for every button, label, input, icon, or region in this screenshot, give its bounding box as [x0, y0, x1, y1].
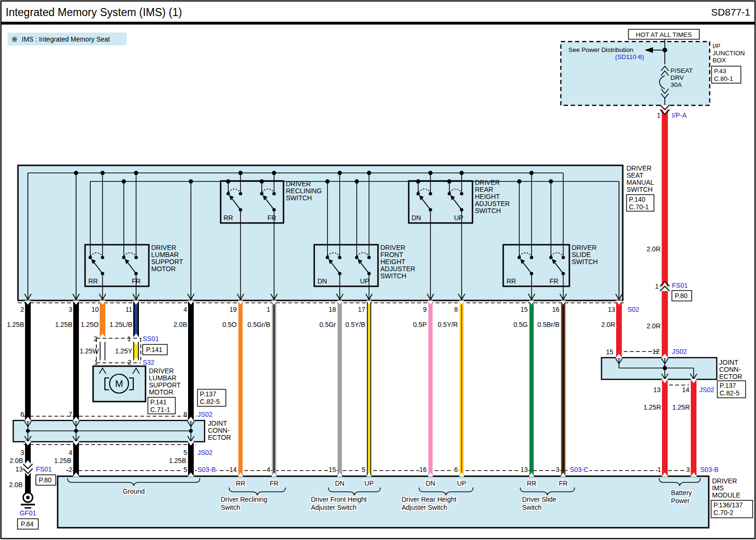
connector-link[interactable]: S03-B: [198, 466, 216, 473]
jc-right-name2: CONN-: [719, 366, 741, 373]
pin-number: 6: [20, 411, 24, 418]
s02-link[interactable]: S02: [627, 306, 639, 313]
junction-box-ref-conn: C.80-1: [714, 75, 733, 82]
wire-pin-label: 19: [229, 306, 237, 313]
switch-name5: SWITCH: [475, 207, 501, 214]
junction-dot: [517, 256, 521, 259]
module-ref-page: P.136/137: [713, 501, 743, 509]
fuse-rating: 30A: [670, 81, 682, 88]
wire-gauge: 1.25B: [169, 457, 186, 464]
module-group-label: Adjuster Switch: [402, 504, 447, 511]
pin-number: 13: [15, 465, 23, 473]
junction-dot: [530, 256, 533, 259]
jc-right-ref-page: P.137: [720, 382, 736, 389]
connector-link[interactable]: S03-B: [700, 466, 719, 473]
wire-gauge-label: 2.0R: [601, 321, 615, 328]
manual-switch-ref-conn: C.70-1: [629, 203, 649, 211]
junction-dot: [226, 180, 231, 184]
power-out-pin: 1: [657, 111, 661, 119]
junction-dot: [662, 48, 667, 52]
switch-name4: ADJUSTER: [475, 200, 510, 207]
wire-gauge: 2.0B: [9, 457, 23, 464]
junction-dot: [74, 171, 78, 175]
module-name2: IMS: [712, 484, 724, 492]
wire-gauge-label: 0.5Br/B: [537, 321, 559, 328]
hot-label: HOT AT ALL TIMES: [636, 31, 692, 38]
module-terminal-label: UP: [364, 480, 373, 487]
switch-name2: FRONT: [380, 251, 404, 258]
jc-right-name3: ECTOR: [719, 373, 742, 380]
switch-name3: HEIGHT: [475, 193, 500, 200]
terminal-label: RR: [507, 277, 516, 285]
fs01-left-ref-page: P.80: [39, 476, 52, 484]
wiring-diagram: Integrated Memory System (IMS) (1) SD877…: [0, 0, 756, 540]
junction-dot: [338, 256, 341, 259]
js02-link[interactable]: JS02: [672, 348, 687, 355]
see-power-ref-link[interactable]: (SD110-6): [615, 53, 644, 60]
s32-link[interactable]: S32: [143, 359, 155, 366]
module-pin-label: 4: [266, 466, 270, 473]
js02-link[interactable]: JS02: [198, 449, 213, 456]
module-group-label: Driver Slide: [522, 496, 557, 503]
motor-ref-conn: C.71-1: [150, 406, 170, 413]
junction-dot: [260, 192, 263, 195]
switch-name5: SWITCH: [380, 272, 406, 280]
junction-dot: [447, 180, 452, 184]
wire-gauge-label: 1.25O: [81, 321, 99, 328]
junction-dot: [134, 171, 138, 175]
switch-name2: LUMBAR: [151, 251, 179, 258]
module-terminal-label: RR: [527, 480, 536, 487]
junction-dot: [101, 256, 104, 259]
module-terminal-label: FR: [270, 480, 279, 487]
wire-gauge-label: 0.5G: [514, 321, 528, 328]
junction-dot: [189, 180, 193, 184]
ground-point: GF01 P.84: [17, 509, 38, 529]
fs01-link[interactable]: FS01: [672, 282, 688, 289]
ss01-ref-page: P.141: [146, 346, 163, 353]
module-pin-label: 16: [419, 466, 427, 473]
wire-pin-label: 4: [183, 306, 187, 313]
wire-gauge: 1.25R: [672, 403, 690, 411]
jc-left-name2: CONN-: [208, 427, 230, 434]
junction-dot: [460, 192, 463, 195]
junction-box-name2: JUNCTION: [713, 50, 745, 57]
wire-gauge-label: 0.5Gr: [319, 321, 336, 328]
js02-link[interactable]: JS02: [198, 411, 213, 418]
module-name3: MODULE: [712, 491, 740, 499]
power-out-conn-link[interactable]: I/P-A: [672, 111, 687, 119]
wire-pin-label: 3: [69, 306, 72, 313]
junction-dot: [122, 180, 126, 184]
junction-dot: [517, 180, 522, 184]
manual-switch-name: DRIVER: [627, 164, 652, 172]
module-terminal-label: RR: [236, 480, 245, 487]
wire-gauge: 2.0B: [9, 481, 23, 489]
switch-name: DRIVER: [475, 179, 500, 186]
wire-gauge-label: 0.5Y/R: [438, 321, 458, 328]
jc-left-name3: ECTOR: [208, 434, 231, 441]
wire-pin-label: 10: [91, 306, 99, 313]
wire-pin-label: 15: [520, 306, 528, 313]
gf01-link[interactable]: GF01: [19, 509, 36, 517]
junction-dot: [549, 256, 552, 259]
note: ※ IMS : Integrated Memory Seat: [8, 33, 127, 45]
fs01-link[interactable]: FS01: [36, 465, 52, 473]
module-terminal-label: DN: [426, 480, 435, 487]
module-group-label: Driver Front Height: [311, 496, 367, 503]
jc-left-name: JOINT: [208, 420, 227, 427]
fuse-name: P/SEAT: [670, 67, 693, 74]
wire-pin-label: 9: [423, 306, 427, 313]
junction-dot: [416, 180, 421, 184]
wire-pin-label: 2: [20, 306, 24, 313]
ss01-link[interactable]: SS01: [143, 335, 159, 343]
module-pin-label: 15: [328, 466, 336, 473]
terminal-label: UP: [360, 277, 369, 285]
junction-dot: [429, 192, 432, 195]
wire-pin-label: 11: [125, 306, 132, 313]
connector-link[interactable]: S03-C: [570, 466, 589, 473]
manual-switch-label: DRIVER SEAT MANUAL SWITCH P.140 C.70-1: [627, 164, 654, 211]
switch-name2: REAR: [475, 186, 493, 193]
terminal-label: RR: [223, 214, 233, 222]
wire-gauge-label: 0.5Gr/B: [248, 321, 270, 328]
js02-link[interactable]: JS02: [699, 386, 714, 394]
pin-number: 14: [682, 386, 689, 394]
